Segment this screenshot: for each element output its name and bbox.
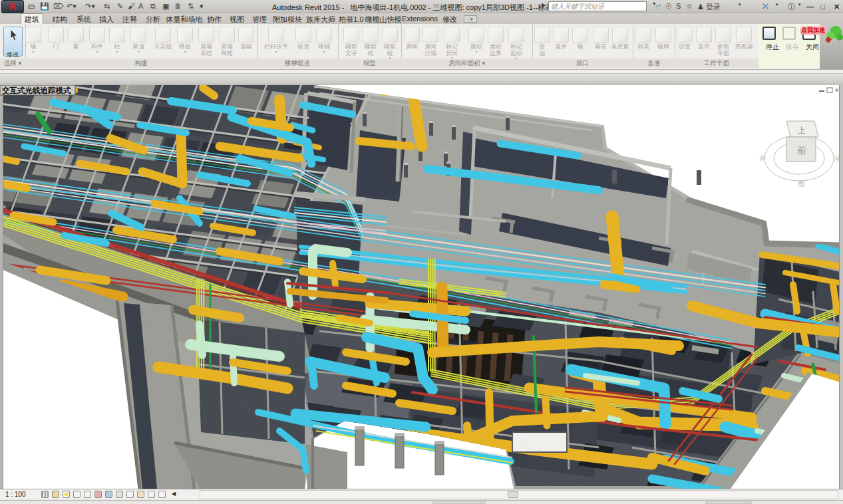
svg-text:前: 前	[797, 145, 806, 156]
svg-text:两: 两	[759, 155, 766, 162]
svg-text:上: 上	[798, 126, 806, 135]
svg-text:南: 南	[798, 180, 805, 188]
svg-text:交互式光线追踪模式: 交互式光线追踪模式	[1, 86, 71, 95]
svg-text:✕: ✕	[834, 87, 840, 94]
